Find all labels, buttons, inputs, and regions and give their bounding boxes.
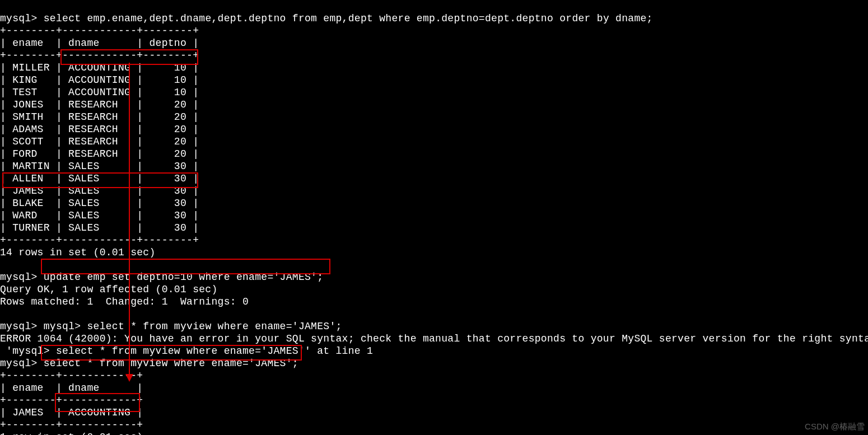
terminal-output[interactable]: mysql> select emp.ename,dept.dname,dept.…: [0, 0, 868, 435]
table-row: | JAMES | SALES | 30 |: [0, 185, 199, 197]
error-line: ERROR 1064 (42000): You have an error in…: [0, 333, 868, 344]
table-divider: +--------+------------+: [0, 419, 143, 431]
table-row: | TURNER | SALES | 30 |: [0, 222, 199, 233]
watermark: CSDN @椿融雪: [805, 420, 865, 433]
table-divider: +--------+------------+: [0, 395, 143, 406]
table-row: | TEST | ACCOUNTING | 10 |: [0, 87, 199, 98]
table-row: | JONES | RESEARCH | 20 |: [0, 99, 199, 110]
query-line: mysql> select * from myview where ename=…: [0, 358, 298, 369]
table-row: | FORD | RESEARCH | 20 |: [0, 148, 199, 160]
table-divider: +--------+------------+--------+: [0, 50, 199, 61]
table-row: | SCOTT | RESEARCH | 20 |: [0, 136, 199, 147]
table-row: | ADAMS | RESEARCH | 20 |: [0, 124, 199, 135]
bad-query-line: mysql> mysql> select * from myview where…: [0, 321, 342, 332]
table-divider: +--------+------------+--------+: [0, 25, 199, 36]
table-row: | SMITH | RESEARCH | 20 |: [0, 111, 199, 123]
table-row: | WARD | SALES | 30 |: [0, 210, 199, 221]
error-line: 'mysql> select * from myview where ename…: [0, 345, 373, 357]
table-divider: +--------+------------+--------+: [0, 235, 199, 246]
table-header: | ename | dname |: [0, 382, 143, 394]
table-row: | MARTIN | SALES | 30 |: [0, 161, 199, 172]
table-row: | JAMES | ACCOUNTING |: [0, 407, 143, 418]
query-line: mysql> select emp.ename,dept.dname,dept.…: [0, 13, 653, 24]
rows-matched: Rows matched: 1 Changed: 1 Warnings: 0: [0, 296, 249, 307]
rows-in-set: 14 rows in set (0.01 sec): [0, 247, 156, 258]
table-row: | MILLER | ACCOUNTING | 10 |: [0, 62, 199, 73]
table-divider: +--------+------------+: [0, 370, 143, 381]
table-header: | ename | dname | deptno |: [0, 38, 199, 49]
rows-in-set: 1 row in set (0.01 sec): [0, 432, 143, 435]
update-line: mysql> update emp set deptno=10 where en…: [0, 272, 323, 283]
table-row: | ALLEN | SALES | 30 |: [0, 173, 199, 184]
query-ok: Query OK, 1 row affected (0.01 sec): [0, 284, 218, 295]
table-row: | BLAKE | SALES | 30 |: [0, 198, 199, 209]
table-row: | KING | ACCOUNTING | 10 |: [0, 74, 199, 86]
